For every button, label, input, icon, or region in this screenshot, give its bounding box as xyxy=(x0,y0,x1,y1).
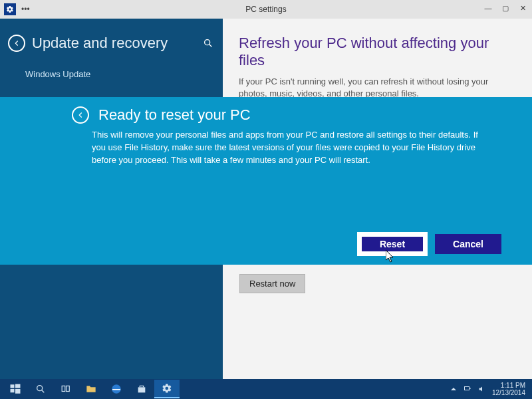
svg-line-1 xyxy=(209,45,212,47)
modal-header: Ready to reset your PC xyxy=(72,106,492,124)
svg-rect-8 xyxy=(62,386,65,391)
file-explorer-icon[interactable] xyxy=(78,380,104,398)
pc-settings-window: ••• PC settings — ▢ ✕ Update and recover… xyxy=(0,0,532,379)
ie-icon[interactable] xyxy=(104,380,129,398)
svg-point-0 xyxy=(205,40,210,45)
modal-back-icon[interactable] xyxy=(72,106,89,124)
svg-rect-2 xyxy=(11,384,15,388)
window-controls: — ▢ ✕ xyxy=(483,3,528,13)
svg-rect-4 xyxy=(11,389,15,392)
app-icon xyxy=(4,3,16,15)
svg-rect-11 xyxy=(464,387,469,390)
refresh-heading: Refresh your PC without affecting your f… xyxy=(239,35,516,69)
svg-line-7 xyxy=(42,390,45,393)
settings-task-icon[interactable] xyxy=(154,380,180,398)
store-icon[interactable] xyxy=(129,380,154,398)
back-icon[interactable] xyxy=(8,35,25,52)
taskbar-search-icon[interactable] xyxy=(28,380,53,398)
svg-point-6 xyxy=(37,386,43,391)
modal-body: This will remove your personal files and… xyxy=(92,129,484,167)
taskview-icon[interactable] xyxy=(53,380,78,398)
volume-icon[interactable] xyxy=(477,385,487,393)
titlebar: ••• PC settings — ▢ ✕ xyxy=(0,0,532,19)
taskbar: 1:11 PM 12/13/2014 xyxy=(0,379,532,399)
sidebar-item-windows-update[interactable]: Windows Update xyxy=(0,63,223,86)
start-button[interactable] xyxy=(3,380,28,398)
taskbar-tray: 1:11 PM 12/13/2014 xyxy=(450,382,529,396)
tray-up-icon[interactable] xyxy=(450,385,458,393)
taskbar-time: 1:11 PM xyxy=(492,382,525,389)
maximize-button[interactable]: ▢ xyxy=(500,3,511,13)
restart-now-button[interactable]: Restart now xyxy=(239,274,305,293)
sidebar-title: Update and recovery xyxy=(32,35,168,52)
window-title: PC settings xyxy=(245,5,286,14)
restart-row: Restart now xyxy=(239,274,305,293)
cancel-button[interactable]: Cancel xyxy=(435,234,501,254)
close-button[interactable]: ✕ xyxy=(517,3,528,13)
reset-button[interactable]: Reset xyxy=(359,234,426,254)
refresh-body: If your PC isn't running well, you can r… xyxy=(239,76,505,100)
modal-title: Ready to reset your PC xyxy=(98,106,251,124)
taskbar-date: 12/13/2014 xyxy=(492,389,525,396)
network-icon[interactable] xyxy=(463,385,472,393)
svg-rect-9 xyxy=(66,386,70,391)
reset-modal: Ready to reset your PC This will remove … xyxy=(0,97,532,265)
modal-actions: Reset Cancel xyxy=(359,234,501,254)
taskbar-clock[interactable]: 1:11 PM 12/13/2014 xyxy=(492,382,525,396)
minimize-button[interactable]: — xyxy=(483,3,493,13)
svg-rect-5 xyxy=(15,389,21,394)
menu-dots[interactable]: ••• xyxy=(21,5,30,14)
sidebar-header: Update and recovery xyxy=(0,28,223,63)
svg-rect-3 xyxy=(15,384,21,388)
search-icon[interactable] xyxy=(201,37,215,50)
